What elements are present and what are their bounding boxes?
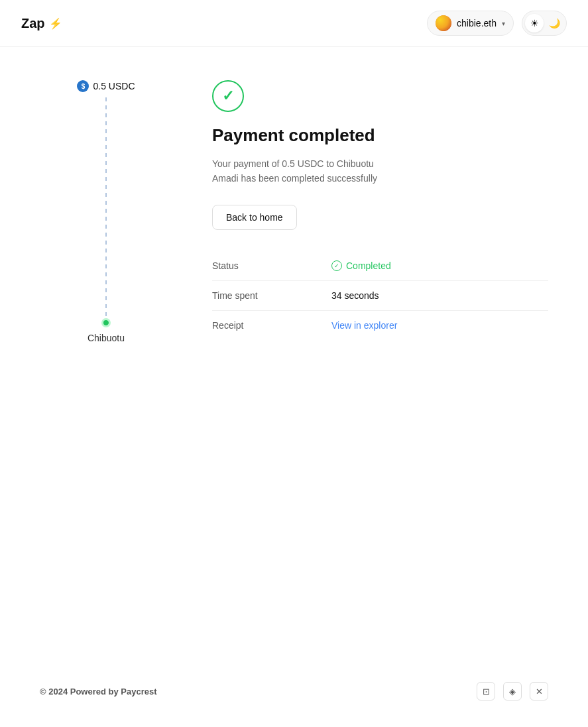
chevron-down-icon: ▾ — [502, 20, 505, 27]
time-label: Time spent — [212, 290, 278, 301]
view-in-explorer-link[interactable]: View in explorer — [331, 320, 397, 331]
completed-check-icon: ✓ — [331, 260, 342, 271]
destination-label: Chibuotu — [88, 333, 125, 343]
footer-brand: Paycrest — [121, 687, 156, 697]
status-row: Status ✓ Completed — [212, 251, 548, 281]
header-right: chibie.eth ▾ ☀ 🌙 — [427, 11, 567, 36]
zap-icon: ⚡ — [49, 17, 62, 30]
destination-dot — [101, 318, 111, 327]
twitter-icon: ✕ — [536, 687, 543, 697]
payment-description: Your payment of 0.5 USDC to Chibuotu Ama… — [212, 156, 398, 186]
wallet-name: chibie.eth — [457, 18, 497, 28]
receipt-row: Receipt View in explorer — [212, 311, 548, 340]
receipt-label: Receipt — [212, 320, 278, 331]
social-icon-github[interactable]: ◈ — [503, 682, 522, 700]
header: Zap ⚡ chibie.eth ▾ ☀ 🌙 — [0, 0, 588, 47]
social-icon-twitter[interactable]: ✕ — [530, 682, 548, 700]
payment-title: Payment completed — [212, 125, 548, 146]
footer: © 2024 Powered by Paycrest ⊡ ◈ ✕ — [0, 682, 588, 700]
wallet-avatar — [436, 15, 451, 31]
amount-badge: $ 0.5 USDC — [77, 80, 135, 92]
logo: Zap ⚡ — [21, 16, 62, 31]
moon-icon: 🌙 — [549, 18, 560, 28]
status-value: Completed — [346, 260, 391, 271]
footer-copyright: © 2024 Powered by Paycrest — [40, 687, 157, 697]
logo-text: Zap — [21, 16, 45, 31]
back-to-home-button[interactable]: Back to home — [212, 205, 297, 230]
amount-text: 0.5 USDC — [93, 81, 135, 91]
time-value: 34 seconds — [331, 290, 379, 301]
checkmark-icon: ✓ — [222, 87, 234, 105]
wallet-badge[interactable]: chibie.eth ▾ — [427, 11, 514, 36]
dark-mode-button[interactable]: 🌙 — [545, 14, 563, 32]
main-content: $ 0.5 USDC Chibuotu ✓ Payment completed … — [0, 47, 588, 370]
avatar-image — [436, 15, 451, 31]
footer-copy-text: © 2024 Powered by — [40, 687, 119, 697]
flow-dashed-line — [105, 97, 107, 323]
notion-icon: ⊡ — [483, 687, 490, 697]
sun-icon: ☀ — [530, 18, 539, 28]
flow-section: $ 0.5 USDC Chibuotu — [40, 74, 172, 343]
status-table: Status ✓ Completed Time spent 34 seconds… — [212, 251, 548, 340]
footer-social: ⊡ ◈ ✕ — [477, 682, 548, 700]
theme-toggle: ☀ 🌙 — [522, 11, 567, 36]
completion-section: ✓ Payment completed Your payment of 0.5 … — [172, 74, 548, 343]
usdc-icon: $ — [77, 80, 89, 92]
github-icon: ◈ — [509, 687, 516, 697]
time-row: Time spent 34 seconds — [212, 281, 548, 311]
flow-line-container — [101, 97, 111, 327]
social-icon-notion[interactable]: ⊡ — [477, 682, 495, 700]
light-mode-button[interactable]: ☀ — [525, 14, 544, 32]
status-completed: ✓ Completed — [331, 260, 391, 271]
status-label: Status — [212, 260, 278, 271]
success-icon: ✓ — [212, 80, 244, 112]
